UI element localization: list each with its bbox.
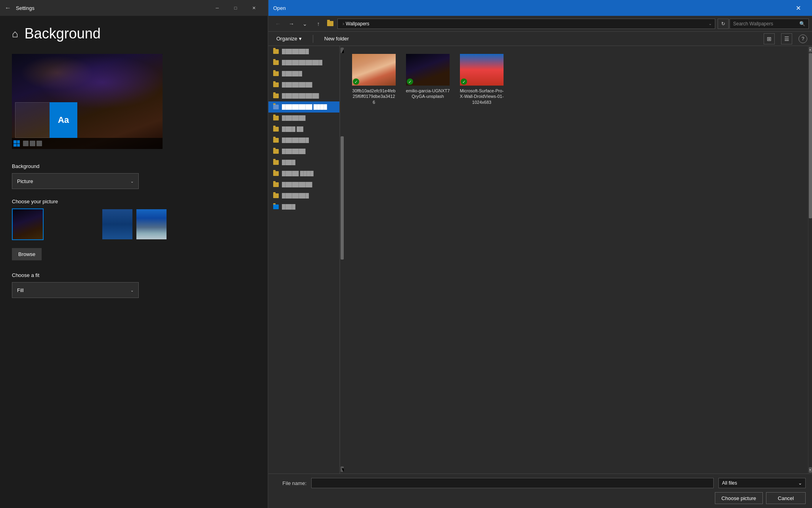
sidebar-nav-label: ████████ bbox=[282, 138, 309, 143]
sidebar-nav-label: ████ bbox=[282, 204, 295, 210]
preview-start-icon bbox=[13, 140, 20, 147]
organize-button[interactable]: Organize ▾ bbox=[273, 34, 305, 43]
sidebar-item-1[interactable]: ████████ bbox=[268, 46, 339, 57]
new-folder-button[interactable]: New folder bbox=[321, 34, 352, 43]
scroll-down-arrow[interactable]: ▼ bbox=[341, 466, 344, 472]
sidebar-item-12[interactable]: █████ ████ bbox=[268, 168, 339, 179]
fit-dropdown[interactable]: Fill ⌄ bbox=[12, 282, 139, 298]
folder-icon bbox=[273, 127, 279, 132]
sidebar-item-10[interactable]: ███████ bbox=[268, 146, 339, 157]
sidebar-item-5[interactable]: ███████████ bbox=[268, 90, 339, 101]
sidebar-item-7[interactable]: ███████ bbox=[268, 113, 339, 124]
file-item[interactable]: ✓ Microsoft-Surface-Pro-X-Wall-DroidView… bbox=[458, 52, 506, 107]
sidebar-item-9[interactable]: ████████ bbox=[268, 135, 339, 146]
scroll-up-arrow[interactable]: ▲ bbox=[809, 47, 812, 52]
sidebar-item-8[interactable]: ████ ██ bbox=[268, 124, 339, 135]
sidebar-nav-label: ████████ bbox=[282, 193, 309, 199]
thumb-beach bbox=[136, 209, 167, 239]
sidebar-item-14[interactable]: ████████ bbox=[268, 190, 339, 201]
sidebar-nav-label: ███████ bbox=[282, 115, 306, 121]
sidebar-item-6[interactable]: █████████ ████ bbox=[268, 101, 339, 113]
picture-thumb-selected[interactable] bbox=[12, 208, 44, 240]
sidebar-nav-label: ████████████ bbox=[282, 60, 322, 65]
dialog-toolbar: ← → ⌄ ↑ › Wallpapers ⌄ ↻ Search Wallpape… bbox=[268, 16, 812, 32]
sidebar-item-3[interactable]: ██████ bbox=[268, 68, 339, 79]
sidebar-nav-label: █████████ bbox=[282, 182, 312, 187]
settings-titlebar: ← Settings ─ □ ✕ bbox=[0, 0, 268, 16]
scroll-thumb[interactable] bbox=[341, 136, 344, 260]
file-item[interactable]: ✓ 30ffb10ad2efc91e4feb25f6ff0179dbe3a341… bbox=[350, 52, 398, 107]
view-details-button[interactable]: ☰ bbox=[781, 33, 792, 44]
scroll-up-arrow[interactable]: ▲ bbox=[341, 48, 344, 53]
browse-button[interactable]: Browse bbox=[12, 248, 42, 260]
dialog-sidebar: ████████ ████████████ ██████ █████████ █… bbox=[268, 46, 340, 474]
cancel-button[interactable]: Cancel bbox=[766, 492, 806, 504]
choose-fit-label: Choose a fit bbox=[12, 272, 256, 278]
sidebar-item-15[interactable]: ████ bbox=[268, 201, 339, 212]
choose-picture-button[interactable]: Choose picture bbox=[715, 492, 763, 504]
sidebar-item-13[interactable]: █████████ bbox=[268, 179, 339, 190]
filetype-dropdown[interactable]: All files ⌄ bbox=[718, 478, 806, 488]
file-name: Microsoft-Surface-Pro-X-Wall-DroidViews-… bbox=[460, 88, 504, 105]
settings-panel: ← Settings ─ □ ✕ ⌂ Background Aa bbox=[0, 0, 268, 508]
sidebar-nav-label: ██████ bbox=[282, 71, 302, 76]
thumb-blue bbox=[102, 209, 132, 239]
address-current: Wallpapers bbox=[346, 21, 370, 27]
thumb-galaxy bbox=[13, 209, 43, 239]
sidebar-nav-label: ████ ██ bbox=[282, 126, 303, 132]
up-nav-button[interactable]: ↑ bbox=[312, 18, 325, 30]
preview-taskbar-icons bbox=[23, 141, 42, 146]
address-separator: › bbox=[343, 21, 344, 27]
scroll-thumb[interactable] bbox=[809, 53, 812, 218]
background-dropdown[interactable]: Picture ⌄ bbox=[12, 173, 139, 189]
scroll-down-arrow[interactable]: ▼ bbox=[809, 467, 812, 473]
address-bar[interactable]: › Wallpapers ⌄ bbox=[337, 19, 715, 29]
picture-thumb-blue[interactable] bbox=[102, 208, 133, 240]
folder-icon bbox=[273, 160, 279, 165]
new-folder-label: New folder bbox=[324, 36, 349, 42]
file-name: emilio-garcia-UGNXT7QryGA-unsplash bbox=[406, 88, 450, 99]
forward-nav-button[interactable]: → bbox=[285, 18, 298, 30]
sidebar-scrollbar[interactable]: ▲ ▼ bbox=[340, 46, 344, 474]
sidebar-item-2[interactable]: ████████████ bbox=[268, 57, 339, 68]
sidebar-item-4[interactable]: █████████ bbox=[268, 79, 339, 90]
sidebar-item-11[interactable]: ████ bbox=[268, 157, 339, 168]
file-check-icon: ✓ bbox=[461, 78, 467, 85]
picture-thumb-beach[interactable] bbox=[136, 208, 167, 240]
file-name: 30ffb10ad2efc91e4feb25f6ff0179dbe3a34126 bbox=[352, 88, 396, 105]
close-button[interactable]: ✕ bbox=[245, 0, 263, 16]
dialog-bottom: File name: All files ⌄ Choose picture Ca… bbox=[268, 474, 812, 508]
chevron-down-icon: ⌄ bbox=[130, 288, 134, 292]
dialog-titlebar: Open ✕ bbox=[268, 0, 812, 16]
organize-label: Organize bbox=[276, 36, 297, 42]
back-nav-button[interactable]: ← bbox=[272, 18, 284, 30]
background-dropdown-value: Picture bbox=[17, 178, 33, 184]
sidebar-nav-label: ████ bbox=[282, 160, 295, 165]
search-bar[interactable]: Search Wallpapers 🔍 bbox=[730, 19, 809, 29]
minimize-button[interactable]: ─ bbox=[208, 0, 226, 16]
scroll-track bbox=[341, 54, 344, 466]
files-scrollbar[interactable]: ▲ ▼ bbox=[808, 46, 812, 474]
file-item[interactable]: ✓ emilio-garcia-UGNXT7QryGA-unsplash bbox=[404, 52, 452, 107]
folder-icon bbox=[273, 60, 279, 65]
filename-input[interactable] bbox=[311, 478, 714, 488]
back-button[interactable]: ← bbox=[5, 4, 11, 11]
organize-arrow-icon: ▾ bbox=[299, 36, 302, 42]
search-placeholder: Search Wallpapers bbox=[733, 21, 773, 27]
settings-title: Settings bbox=[16, 5, 34, 11]
file-check-icon: ✓ bbox=[353, 78, 359, 85]
preview-window-aa: Aa bbox=[50, 102, 77, 138]
sidebar-area: ████████ ████████████ ██████ █████████ █… bbox=[268, 46, 344, 474]
filetype-value: All files bbox=[722, 480, 737, 486]
sidebar-nav-label: ████████ bbox=[282, 49, 309, 54]
sidebar-nav-label: ███████████ bbox=[282, 93, 319, 99]
help-button[interactable]: ? bbox=[799, 34, 807, 43]
view-large-icons-button[interactable]: ⊞ bbox=[764, 33, 775, 44]
dialog-close-button[interactable]: ✕ bbox=[789, 0, 807, 16]
refresh-button[interactable]: ↻ bbox=[718, 19, 729, 29]
dropdown-nav-button[interactable]: ⌄ bbox=[299, 18, 311, 30]
folder-icon bbox=[273, 182, 279, 187]
maximize-button[interactable]: □ bbox=[226, 0, 245, 16]
sidebar-nav-label: █████████ bbox=[282, 82, 312, 88]
filename-label: File name: bbox=[275, 480, 306, 486]
